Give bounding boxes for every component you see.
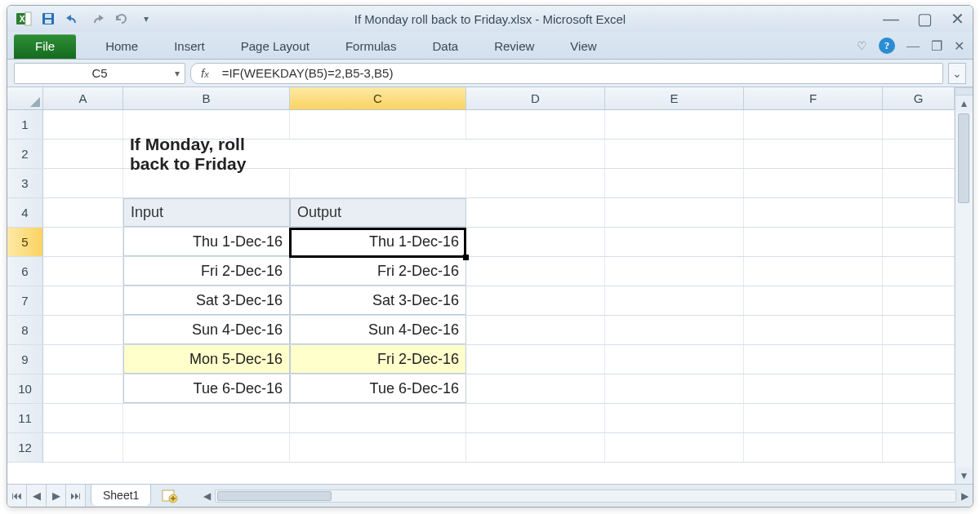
row-header[interactable]: 11 <box>7 404 43 432</box>
cell[interactable] <box>883 228 955 256</box>
redo2-icon[interactable] <box>112 10 131 28</box>
tab-insert[interactable]: Insert <box>156 34 223 59</box>
fill-handle[interactable] <box>463 255 469 260</box>
cell[interactable] <box>605 404 744 432</box>
row-header[interactable]: 3 <box>7 169 43 197</box>
tab-page-layout[interactable]: Page Layout <box>223 34 327 59</box>
cell[interactable] <box>744 286 883 315</box>
col-header-D[interactable]: D <box>466 87 605 109</box>
cell[interactable] <box>290 404 466 432</box>
cell[interactable] <box>605 169 744 197</box>
cell[interactable] <box>605 257 744 286</box>
cell[interactable] <box>43 345 123 374</box>
vscroll-track[interactable] <box>956 112 973 467</box>
table-cell-input[interactable]: Tue 6-Dec-16 <box>123 374 290 403</box>
scroll-left-icon[interactable]: ◀ <box>198 490 215 502</box>
cell[interactable] <box>883 316 955 344</box>
close-icon[interactable]: ✕ <box>951 11 964 27</box>
qat-customize-icon[interactable]: ▾ <box>136 10 156 28</box>
cell[interactable] <box>605 140 744 168</box>
cell[interactable] <box>466 169 605 197</box>
cell[interactable] <box>883 198 955 227</box>
row-header[interactable]: 5 <box>7 228 43 256</box>
table-cell-output[interactable]: Tue 6-Dec-16 <box>290 374 466 403</box>
table-cell-output[interactable]: Fri 2-Dec-16 <box>290 345 466 374</box>
vertical-scrollbar[interactable]: ▲ ▼ <box>955 87 973 484</box>
cell[interactable] <box>466 140 605 168</box>
sheet-nav-first-icon[interactable]: ⏮ <box>7 485 27 507</box>
scroll-up-icon[interactable]: ▲ <box>956 95 973 112</box>
cell[interactable] <box>466 374 605 403</box>
cell[interactable] <box>466 404 605 432</box>
tab-formulas[interactable]: Formulas <box>327 34 415 59</box>
table-header-output[interactable]: Output <box>290 198 466 227</box>
tab-file[interactable]: File <box>14 34 76 59</box>
tab-review[interactable]: Review <box>476 34 552 59</box>
new-sheet-icon[interactable] <box>158 485 182 507</box>
col-header-C[interactable]: C <box>290 87 466 109</box>
scroll-right-icon[interactable]: ▶ <box>956 490 973 502</box>
title-cell[interactable]: If Monday, roll back to Friday <box>123 140 290 168</box>
sheet-nav-prev-icon[interactable]: ◀ <box>27 485 47 507</box>
cell[interactable] <box>744 374 883 403</box>
cell[interactable] <box>123 169 290 197</box>
cell[interactable] <box>43 374 123 403</box>
cell[interactable] <box>605 374 744 403</box>
cell[interactable] <box>883 140 955 168</box>
cell[interactable] <box>123 433 290 462</box>
cell[interactable] <box>744 433 883 462</box>
redo-icon[interactable] <box>87 10 107 28</box>
row-header[interactable]: 12 <box>7 433 43 462</box>
cell[interactable] <box>43 198 123 227</box>
sheet-nav-next-icon[interactable]: ▶ <box>47 485 66 507</box>
sheet-tab-active[interactable]: Sheet1 <box>91 484 151 506</box>
cell[interactable] <box>43 169 123 197</box>
cell[interactable] <box>744 345 883 374</box>
workbook-close-icon[interactable]: ✕ <box>954 38 964 54</box>
cell[interactable] <box>605 433 744 462</box>
cell[interactable] <box>744 404 883 432</box>
workbook-minimize-icon[interactable]: ― <box>906 38 920 53</box>
cell[interactable] <box>43 404 123 432</box>
cell[interactable] <box>605 198 744 227</box>
scroll-down-icon[interactable]: ▼ <box>956 467 973 484</box>
cell[interactable] <box>744 169 883 197</box>
formula-expand-icon[interactable]: ⌄ <box>948 63 966 84</box>
col-header-E[interactable]: E <box>605 87 744 109</box>
cell[interactable] <box>883 286 955 315</box>
table-cell-output[interactable]: Sun 4-Dec-16 <box>290 316 466 344</box>
cell[interactable] <box>43 257 123 286</box>
col-header-F[interactable]: F <box>744 87 883 109</box>
tab-view[interactable]: View <box>552 34 614 59</box>
cell[interactable] <box>290 169 466 197</box>
workbook-restore-icon[interactable]: ❐ <box>931 38 942 54</box>
cell[interactable] <box>466 433 605 462</box>
cell[interactable] <box>605 286 744 315</box>
row-header[interactable]: 6 <box>7 257 43 286</box>
hscroll-thumb[interactable] <box>217 491 332 501</box>
tab-data[interactable]: Data <box>414 34 476 59</box>
row-header[interactable]: 7 <box>7 286 43 315</box>
row-header[interactable]: 10 <box>7 374 43 403</box>
table-cell-input[interactable]: Sat 3-Dec-16 <box>123 286 290 315</box>
cell[interactable] <box>605 228 744 256</box>
cell[interactable] <box>744 198 883 227</box>
select-all-corner[interactable] <box>7 87 43 109</box>
cell[interactable] <box>43 316 123 344</box>
cell[interactable] <box>43 110 123 139</box>
row-header[interactable]: 4 <box>7 198 43 227</box>
split-handle-top[interactable] <box>956 87 973 95</box>
cell[interactable] <box>744 257 883 286</box>
horizontal-scrollbar[interactable]: ◀ ▶ <box>198 485 973 507</box>
maximize-icon[interactable]: ▢ <box>917 11 933 27</box>
cell[interactable] <box>744 316 883 344</box>
ribbon-minimize-icon[interactable]: ♡ <box>857 39 867 53</box>
cell[interactable] <box>883 110 955 139</box>
table-cell-input[interactable]: Mon 5-Dec-16 <box>123 345 290 374</box>
cell[interactable] <box>883 257 955 286</box>
cell[interactable] <box>883 169 955 197</box>
formula-bar[interactable]: fx =IF(WEEKDAY(B5)=2,B5-3,B5) <box>190 63 943 84</box>
minimize-icon[interactable]: ― <box>883 11 899 27</box>
col-header-B[interactable]: B <box>123 87 290 109</box>
cell[interactable] <box>290 433 466 462</box>
